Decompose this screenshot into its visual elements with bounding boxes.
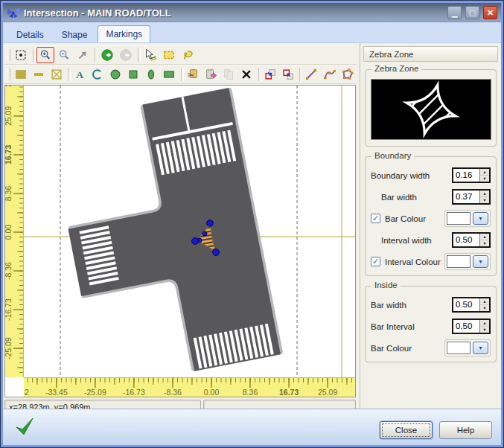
field-label: Bar width [381,193,417,202]
ellipse-icon [144,68,158,81]
zone-vertex-handle[interactable] [192,238,199,245]
bring-front-button[interactable] [279,66,296,83]
square-button[interactable] [125,66,142,83]
colour-swatch[interactable] [447,255,470,268]
bar-width-input[interactable]: 0.37▲▼ [452,189,491,205]
spin-up-button[interactable]: ▲ [480,169,489,176]
titlebar[interactable]: Intersection - MAIN ROAD/TOLL ▁ ▢ ✕ [3,3,501,22]
polycurve-button[interactable] [321,66,338,83]
square-icon [127,68,140,81]
redo-button[interactable] [117,47,135,63]
dash-button[interactable] [30,66,47,83]
maximize-button[interactable]: ▢ [465,6,479,19]
select-marking-button[interactable] [141,47,159,63]
toolbar-separator [66,67,71,82]
field-label-wrap: ✓Interval Colour [371,257,441,266]
spin-down-button[interactable]: ▼ [480,305,489,311]
zone-vertex-handle[interactable] [213,249,220,256]
close-window-button[interactable]: ✕ [483,6,497,19]
intersection-canvas[interactable] [24,86,355,377]
arc-button[interactable] [89,66,106,83]
paste-icon [204,68,217,81]
boundary-width-input[interactable]: 0.16▲▼ [452,167,491,183]
paste-button[interactable] [202,66,220,83]
lines-button[interactable] [12,66,29,83]
rect-select-button[interactable] [160,47,178,63]
colour-dropdown-button[interactable]: ▼ [473,342,488,354]
copy-button[interactable] [220,66,237,83]
spin-down-button[interactable]: ▼ [480,176,489,182]
polycurve-icon [323,68,336,81]
fit-view-button[interactable] [12,47,30,63]
undo-button[interactable] [98,47,116,63]
toolbar-separator [92,48,98,63]
spin-down-button[interactable]: ▼ [480,197,489,203]
svg-text:-41.82: -41.82 [24,388,29,397]
close-button[interactable]: Close [380,421,433,439]
svg-text:25.09: 25.09 [318,388,337,397]
toolbar-separator [135,48,141,63]
bar-width-input[interactable]: 0.50▲▼ [452,297,491,313]
spin-value[interactable]: 0.50 [453,234,479,246]
toolbar-separator [256,67,261,82]
delete-button[interactable] [238,66,255,83]
zoom-in-button[interactable] [36,47,54,63]
spin-value[interactable]: 0.16 [453,169,479,182]
zebra-zone-preview-image [371,79,491,140]
spin-down-button[interactable]: ▼ [480,240,489,246]
cut-button[interactable]: ✂ [185,66,202,83]
group-label: Zebra Zone [371,64,421,73]
interval-colour-checkbox[interactable]: ✓ [371,257,380,266]
circle-button[interactable] [107,66,124,83]
horizontal-ruler: -41.82-33.45-25.09-16.73-8.360.008.3616.… [24,377,355,397]
colour-swatch[interactable] [447,212,470,225]
interval-width-input[interactable]: 0.50▲▼ [452,232,491,248]
no-hatch-icon [50,68,63,81]
tab-details[interactable]: Details [9,27,51,42]
window-title: Intersection - MAIN ROAD/TOLL [24,7,444,19]
send-back-button[interactable] [261,66,278,83]
bar-interval-input[interactable]: 0.50▲▼ [452,319,491,334]
spin-value[interactable]: 0.50 [453,298,479,311]
minimize-button[interactable]: ▁ [447,6,462,19]
rectangle-button[interactable] [161,66,178,83]
select-marking-icon [144,48,157,62]
field-label-wrap: Interval width [381,236,432,245]
polyline-button[interactable] [303,66,320,83]
bar-colour-checkbox[interactable]: ✓ [371,214,380,223]
colour-dropdown-button[interactable]: ▼ [473,212,488,225]
delete-icon [240,68,253,81]
spin-up-button[interactable]: ▲ [480,234,489,240]
field-label-wrap: Bar Colour [371,344,412,353]
field-label: Bar Colour [385,214,426,223]
group-zebra-zone-preview: Zebra Zone [365,69,497,147]
polygon-icon [341,68,354,81]
help-button[interactable]: Help [439,421,492,439]
lasso-select-button[interactable] [179,47,197,63]
svg-text:8.36: 8.36 [5,186,13,202]
text-button[interactable]: A [71,66,89,83]
field-label: Interval Colour [385,257,441,266]
spin-value[interactable]: 0.50 [453,320,479,333]
spin-down-button[interactable]: ▼ [480,327,489,333]
spin-up-button[interactable]: ▲ [480,320,489,327]
field-row-bar-width: Bar width0.50▲▼ [371,294,491,316]
tab-markings[interactable]: Markings [98,25,150,42]
zone-vertex-handle[interactable] [207,220,214,227]
tab-shape[interactable]: Shape [54,27,95,42]
field-label: Bar width [371,301,406,310]
spin-value[interactable]: 0.37 [453,191,479,203]
pan-arrow-button[interactable] [74,47,92,63]
svg-text:0.00: 0.00 [5,225,13,240]
colour-swatch[interactable] [447,342,470,354]
svg-text:33.45: 33.45 [5,86,13,87]
polygon-button[interactable] [339,66,356,83]
ellipse-button[interactable] [143,66,160,83]
no-hatch-button[interactable] [48,66,65,83]
spin-up-button[interactable]: ▲ [480,191,489,197]
spin-up-button[interactable]: ▲ [480,298,489,305]
zoom-out-button[interactable] [55,47,73,63]
colour-dropdown-button[interactable]: ▼ [473,255,488,268]
zone-vertex-handle[interactable] [202,231,207,236]
dash-icon [32,68,45,81]
